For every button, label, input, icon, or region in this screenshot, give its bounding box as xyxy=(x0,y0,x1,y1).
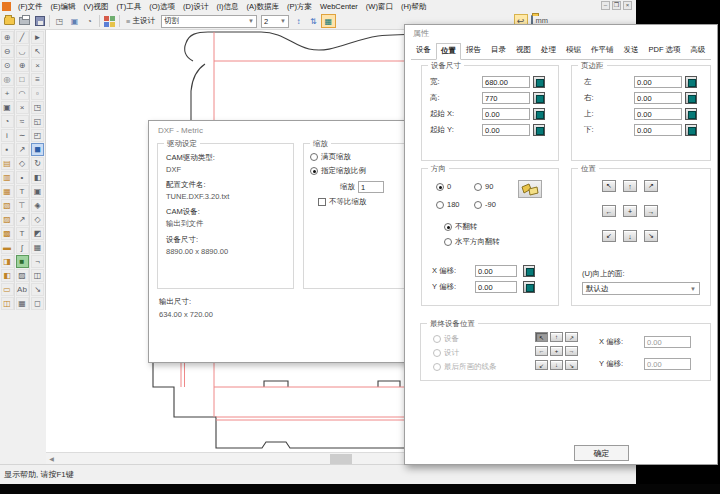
fit-page-radio[interactable] xyxy=(310,153,318,161)
tool-icon[interactable]: ◫ xyxy=(31,269,44,282)
tool-icon[interactable]: × xyxy=(16,101,29,114)
tool-icon[interactable]: ▥ xyxy=(1,171,14,184)
angle-minus90-radio[interactable] xyxy=(474,201,482,209)
view-tool-button[interactable]: ◳ xyxy=(52,14,67,28)
calculator-icon[interactable] xyxy=(685,76,697,88)
properties-tab[interactable]: 高级 xyxy=(686,42,711,59)
menu-item[interactable]: WebCenter xyxy=(316,2,362,12)
tool-icon[interactable]: ▤ xyxy=(1,157,14,170)
final-last-lines-radio[interactable] xyxy=(433,363,441,371)
properties-tab[interactable]: 视图 xyxy=(511,42,536,59)
properties-tab[interactable]: 报告 xyxy=(461,42,486,59)
properties-tab[interactable]: PDF 选项 xyxy=(644,42,686,59)
menu-item[interactable]: (E)编辑 xyxy=(47,2,80,12)
scale-input[interactable]: 1 xyxy=(358,181,384,193)
value-input[interactable]: 770 xyxy=(482,92,530,104)
position-arrow-button[interactable]: ↓ xyxy=(623,230,637,242)
tool-icon[interactable]: ▩ xyxy=(1,227,14,240)
scroll-left-icon[interactable]: ◀ xyxy=(46,454,57,464)
close-button[interactable]: × xyxy=(623,1,632,10)
tool-icon[interactable]: + xyxy=(1,87,14,100)
angle-0-radio[interactable] xyxy=(436,183,444,191)
tool-icon[interactable]: ▧ xyxy=(1,199,14,212)
final-arrow-button[interactable]: ↓ xyxy=(550,360,563,370)
restore-button[interactable]: ❐ xyxy=(612,1,621,10)
tool-icon[interactable]: ¬ xyxy=(31,255,44,268)
tool-icon[interactable]: ◧ xyxy=(1,269,14,282)
properties-tab[interactable]: 位置 xyxy=(436,43,461,60)
value-input[interactable]: 0.00 xyxy=(482,124,530,136)
menu-item[interactable]: (W)窗口 xyxy=(362,2,397,12)
final-arrow-button[interactable]: + xyxy=(550,346,563,356)
tool-icon[interactable]: ∼ xyxy=(16,129,29,142)
tool-icon[interactable]: ↗ xyxy=(16,143,29,156)
up-face-dropdown[interactable]: 默认边 ▼ xyxy=(582,282,700,295)
design-palette-button[interactable] xyxy=(102,14,117,28)
final-arrow-button[interactable]: ↙ xyxy=(535,360,548,370)
tool-icon[interactable]: ▬ xyxy=(1,241,14,254)
tool-icon[interactable]: T xyxy=(16,227,29,240)
tool-icon[interactable]: ▭ xyxy=(1,283,14,296)
tool-icon[interactable]: × xyxy=(31,59,44,72)
menu-item[interactable]: (T)工具 xyxy=(113,2,146,12)
dimension-grid-button[interactable]: ▦ xyxy=(321,14,336,28)
minimize-button[interactable]: – xyxy=(601,1,610,10)
value-input[interactable]: 0.00 xyxy=(634,92,682,104)
angle-90-radio[interactable] xyxy=(474,183,482,191)
tool-icon[interactable]: i xyxy=(1,129,14,142)
no-flip-radio[interactable] xyxy=(444,223,452,231)
print-button[interactable] xyxy=(17,14,32,28)
flip-horizontal-radio[interactable] xyxy=(444,238,452,246)
tool-icon[interactable]: ◼ xyxy=(31,143,44,156)
tool-icon[interactable]: ◡ xyxy=(16,45,29,58)
tool-icon[interactable]: ◰ xyxy=(31,129,44,142)
tool-icon[interactable]: ◔ xyxy=(1,115,14,128)
nonproportional-checkbox[interactable] xyxy=(318,198,326,206)
tool-icon[interactable]: ■ xyxy=(16,255,29,268)
tool-icon[interactable]: ╱ xyxy=(16,31,29,44)
tool-icon[interactable]: ⊙ xyxy=(1,59,14,72)
value-input[interactable]: 0.00 xyxy=(634,76,682,88)
menu-item[interactable]: (O)选项 xyxy=(145,2,179,12)
sort-up-button[interactable]: ↕ xyxy=(291,14,306,28)
tool-icon[interactable]: ► xyxy=(31,31,44,44)
menu-item[interactable]: (H)帮助 xyxy=(397,2,430,12)
tool-icon[interactable]: ▦ xyxy=(1,185,14,198)
calculator-icon[interactable] xyxy=(533,92,545,104)
properties-tab[interactable]: 模锯 xyxy=(561,42,586,59)
tool-icon[interactable]: ◧ xyxy=(31,171,44,184)
tool-icon[interactable]: ≈ xyxy=(16,115,29,128)
tool-icon[interactable]: ▦ xyxy=(16,297,29,310)
main-design-button[interactable]: ≡ 主设计 xyxy=(122,15,159,27)
calculator-icon[interactable] xyxy=(685,108,697,120)
orientation-preview-button[interactable] xyxy=(518,180,542,198)
angle-180-radio[interactable] xyxy=(436,201,444,209)
value-input[interactable]: 680.00 xyxy=(482,76,530,88)
calculator-icon[interactable] xyxy=(685,124,697,136)
final-arrow-button[interactable]: → xyxy=(565,346,578,356)
ok-button[interactable]: 确定 xyxy=(574,445,629,461)
position-arrow-button[interactable]: ↙ xyxy=(602,230,616,242)
position-arrow-button[interactable]: ↘ xyxy=(644,230,658,242)
tool-icon[interactable]: □ xyxy=(16,73,29,86)
final-y-offset-input[interactable]: 0.00 xyxy=(644,358,691,370)
tool-icon[interactable]: ⊕ xyxy=(16,59,29,72)
tool-icon[interactable]: ◫ xyxy=(1,297,14,310)
menu-item[interactable]: (F)文件 xyxy=(14,2,47,12)
properties-tab[interactable]: 发送 xyxy=(619,42,644,59)
tool-icon[interactable]: ⊤ xyxy=(16,199,29,212)
position-arrow-button[interactable]: → xyxy=(644,205,658,217)
final-arrow-button[interactable]: ← xyxy=(535,346,548,356)
calculator-icon[interactable] xyxy=(523,265,535,277)
position-arrow-button[interactable]: ↑ xyxy=(623,180,637,192)
preview-button[interactable]: ▣ xyxy=(67,14,82,28)
position-arrow-button[interactable]: ↖ xyxy=(602,180,616,192)
layer-combobox[interactable]: 切割 ▼ xyxy=(161,15,257,28)
menu-item[interactable]: (I)信息 xyxy=(212,2,242,12)
x-offset-input[interactable]: 0.00 xyxy=(475,265,517,277)
tool-icon[interactable]: • xyxy=(16,171,29,184)
menu-item[interactable]: (D)设计 xyxy=(179,2,212,12)
tool-icon[interactable]: ▫ xyxy=(31,87,44,100)
scale-combobox[interactable]: 2 ▼ xyxy=(261,15,289,28)
specify-scale-radio[interactable] xyxy=(310,167,318,175)
